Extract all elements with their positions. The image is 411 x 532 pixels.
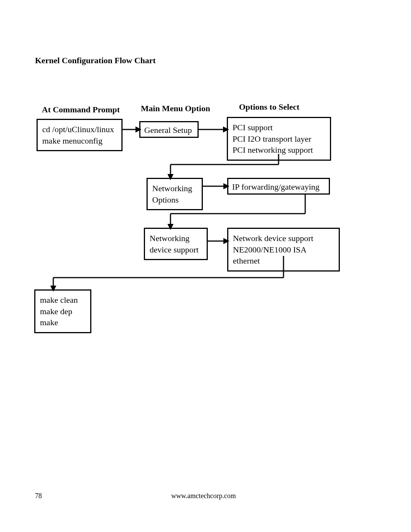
footer-url: www.amctechcorp.com <box>171 492 236 500</box>
box-networking-device-support: Networking device support <box>144 228 208 260</box>
net-dev-line-1: Networking <box>150 233 202 244</box>
column-header-mid: Main Menu Option <box>141 104 210 113</box>
ipfw-label: IP forwarding/gatewaying <box>232 181 325 193</box>
net-dev-opts-line-1: Network device support <box>233 233 334 244</box>
net-opts-line-2: Options <box>152 194 197 206</box>
cmd-line-1: cd /opt/uClinux/linux <box>42 124 117 135</box>
net-dev-line-2: device support <box>150 244 202 256</box>
box-general-setup: General Setup <box>139 121 199 138</box>
pci-line-1: PCI support <box>233 122 325 133</box>
box-network-device-options: Network device support NE2000/NE1000 ISA… <box>227 228 340 272</box>
net-dev-opts-line-2: NE2000/NE1000 ISA ethernet <box>233 244 334 267</box>
general-setup-label: General Setup <box>144 125 194 136</box>
page-title: Kernel Configuration Flow Chart <box>35 56 156 66</box>
footer-page-number: 78 <box>35 492 42 500</box>
net-opts-line-1: Networking <box>152 183 197 194</box>
box-command-prompt: cd /opt/uClinux/linux make menuconfig <box>37 119 123 151</box>
box-make-final: make clean make dep make <box>34 289 91 333</box>
box-pci-options: PCI support PCI I2O transport layer PCI … <box>227 117 331 161</box>
pci-line-2: PCI I2O transport layer <box>233 133 325 145</box>
make-line-3: make <box>40 317 86 328</box>
box-networking-options: Networking Options <box>147 178 203 210</box>
box-ip-forwarding: IP forwarding/gatewaying <box>227 178 330 195</box>
flow-arrows <box>0 0 411 532</box>
column-header-left: At Command Prompt <box>42 105 120 115</box>
pci-line-3: PCI networking support <box>233 144 325 156</box>
make-line-1: make clean <box>40 294 86 306</box>
make-line-2: make dep <box>40 306 86 317</box>
cmd-line-2: make menuconfig <box>42 135 117 147</box>
page: Kernel Configuration Flow Chart At Comma… <box>0 0 411 532</box>
column-header-right: Options to Select <box>239 102 299 112</box>
